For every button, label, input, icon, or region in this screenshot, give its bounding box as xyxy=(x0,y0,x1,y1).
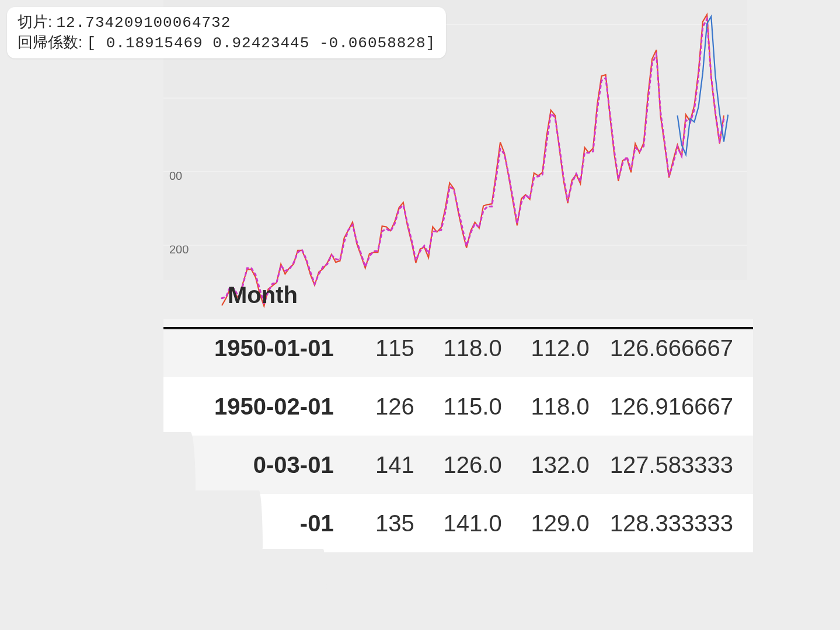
table-row: 1950-02-01126115.0118.0126.916667 xyxy=(163,377,753,436)
row-c1: 135 xyxy=(347,494,434,552)
row-c2: 126.0 xyxy=(434,436,522,494)
row-c4: 128.333333 xyxy=(609,494,753,552)
intercept-label: 切片: xyxy=(18,13,52,30)
coef-values: [ 0.18915469 0.92423445 -0.06058828] xyxy=(86,34,435,52)
row-c1: 141 xyxy=(347,436,434,494)
col-month: Month xyxy=(163,277,347,319)
model-info-card: 切片: 12.734209100064732 回帰係数: [ 0.1891546… xyxy=(7,7,446,58)
intercept-value: 12.734209100064732 xyxy=(56,14,231,32)
row-c1: 126 xyxy=(347,377,434,436)
row-c3: 129.0 xyxy=(522,494,609,552)
row-c3: 132.0 xyxy=(522,436,609,494)
row-c2: 115.0 xyxy=(434,377,522,436)
row-c4: 126.916667 xyxy=(609,377,753,436)
crop-mask xyxy=(163,549,327,619)
table-divider xyxy=(163,327,753,329)
intercept-line: 切片: 12.734209100064732 xyxy=(18,12,435,32)
crop-mask xyxy=(163,490,263,549)
crop-mask xyxy=(163,432,196,490)
table-row: 0-03-01141126.0132.0127.583333 xyxy=(163,436,753,494)
row-c2: 141.0 xyxy=(434,494,522,552)
series-predicted xyxy=(222,19,724,304)
row-c4: 127.583333 xyxy=(609,436,753,494)
coef-line: 回帰係数: [ 0.18915469 0.92423445 -0.0605882… xyxy=(18,32,435,53)
coef-label: 回帰係数: xyxy=(18,33,82,51)
row-month: 1950-02-01 xyxy=(163,377,347,436)
row-c3: 118.0 xyxy=(522,377,609,436)
